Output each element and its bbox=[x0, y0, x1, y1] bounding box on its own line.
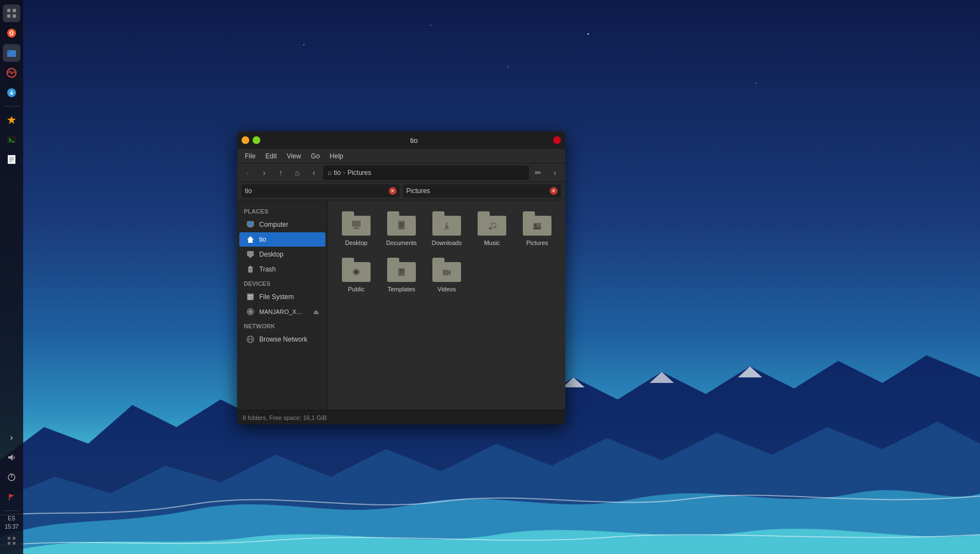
documents-emblem bbox=[397, 220, 406, 232]
left-search-clear[interactable]: ✕ bbox=[389, 187, 397, 195]
file-item-desktop[interactable]: Desktop bbox=[335, 207, 378, 251]
right-search-input[interactable] bbox=[406, 187, 548, 195]
apps-icon[interactable] bbox=[3, 4, 20, 22]
pictures-emblem bbox=[533, 222, 542, 232]
folder-public-icon bbox=[342, 258, 371, 282]
file-item-music[interactable]: Music bbox=[470, 207, 513, 251]
file-item-downloads[interactable]: Downloads bbox=[425, 207, 468, 251]
file-grid: Desktop Documents bbox=[333, 205, 561, 300]
file-item-pictures[interactable]: Pictures bbox=[516, 207, 559, 251]
monitor-icon[interactable] bbox=[3, 64, 20, 82]
star bbox=[303, 44, 304, 45]
file-item-public[interactable]: Public bbox=[335, 253, 378, 297]
places-section-title: Places bbox=[237, 205, 328, 217]
svg-marker-25 bbox=[8, 454, 13, 461]
file-item-templates[interactable]: Templates bbox=[380, 253, 423, 297]
eject-icon[interactable]: ⏏ bbox=[313, 308, 319, 316]
videos-emblem bbox=[442, 269, 451, 279]
brave-icon[interactable] bbox=[3, 24, 20, 42]
maximize-button[interactable]: + bbox=[253, 136, 260, 144]
svg-marker-76 bbox=[448, 270, 451, 275]
window-controls-right: ✕ bbox=[553, 136, 561, 144]
computer-icon bbox=[246, 220, 255, 229]
right-search-bar: ✕ bbox=[403, 184, 561, 198]
path-pictures[interactable]: Pictures bbox=[347, 169, 371, 177]
folder-videos-icon bbox=[432, 258, 461, 282]
flag-icon[interactable] bbox=[3, 488, 20, 506]
desktop-sidebar-icon bbox=[246, 250, 255, 259]
usb-label: MANJARO_XFCE... bbox=[259, 308, 303, 315]
svg-rect-41 bbox=[249, 257, 251, 258]
chevron-right-icon[interactable]: › bbox=[3, 429, 20, 446]
svg-point-62 bbox=[489, 227, 492, 230]
svg-rect-30 bbox=[8, 537, 10, 540]
notes-icon[interactable] bbox=[3, 151, 20, 168]
left-search-input[interactable] bbox=[245, 187, 387, 195]
status-text: 8 folders, Free space: 16,1 GiB bbox=[243, 414, 326, 421]
desktop-label: Desktop bbox=[259, 251, 283, 258]
window-title: tio bbox=[275, 136, 553, 145]
language-label: ES bbox=[8, 515, 15, 521]
back-button[interactable]: ‹ bbox=[240, 166, 255, 180]
sidebar-item-trash[interactable]: Trash bbox=[239, 262, 325, 276]
folder-music-icon bbox=[478, 211, 506, 236]
menu-view[interactable]: View bbox=[282, 151, 306, 161]
sidebar-item-desktop[interactable]: Desktop bbox=[239, 247, 325, 262]
sidebar-item-computer[interactable]: Computer bbox=[239, 217, 325, 232]
power-icon[interactable] bbox=[3, 468, 20, 486]
window-titlebar: — + tio ✕ bbox=[237, 131, 565, 149]
filesystem-icon bbox=[246, 292, 255, 301]
svg-rect-32 bbox=[8, 542, 10, 545]
file-item-videos[interactable]: Videos bbox=[425, 253, 468, 297]
close-button[interactable]: ✕ bbox=[553, 136, 561, 144]
sidebar-item-filesystem[interactable]: File System bbox=[239, 290, 325, 304]
svg-rect-54 bbox=[352, 221, 361, 227]
folder-templates-icon bbox=[387, 258, 416, 282]
next-path-button[interactable]: › bbox=[548, 166, 562, 180]
home-button[interactable]: ⌂ bbox=[290, 166, 304, 180]
window-body: Places Computer tio Desktop bbox=[237, 200, 565, 410]
terminal-icon[interactable] bbox=[3, 131, 20, 148]
sidebar: Places Computer tio Desktop bbox=[237, 200, 328, 410]
download-manager-icon[interactable] bbox=[3, 84, 20, 102]
volume-icon[interactable] bbox=[3, 449, 20, 466]
file-item-documents[interactable]: Documents bbox=[380, 207, 423, 251]
taskbar-apps-grid-icon[interactable] bbox=[3, 532, 20, 550]
forward-button[interactable]: › bbox=[257, 166, 271, 180]
menu-bar: File Edit View Go Help bbox=[237, 149, 565, 163]
taskbar-bottom-divider bbox=[4, 510, 19, 511]
svg-rect-7 bbox=[7, 9, 10, 12]
svg-rect-37 bbox=[248, 227, 253, 227]
menu-file[interactable]: File bbox=[240, 151, 260, 161]
menu-help[interactable]: Help bbox=[325, 151, 348, 161]
sidebar-item-browse-network[interactable]: Browse Network bbox=[239, 332, 325, 347]
svg-rect-8 bbox=[13, 9, 16, 12]
svg-line-66 bbox=[492, 223, 496, 223]
svg-rect-46 bbox=[248, 295, 253, 296]
videos-file-label: Videos bbox=[437, 285, 456, 293]
minimize-button[interactable]: — bbox=[242, 136, 249, 144]
menu-edit[interactable]: Edit bbox=[261, 151, 281, 161]
path-tio[interactable]: tio bbox=[334, 169, 341, 177]
up-button[interactable]: ↑ bbox=[274, 166, 288, 180]
right-search-clear[interactable]: ✕ bbox=[550, 187, 558, 195]
starred-icon[interactable] bbox=[3, 111, 20, 129]
computer-label: Computer bbox=[259, 221, 288, 228]
sidebar-item-tio[interactable]: tio bbox=[239, 232, 325, 247]
prev-location-button[interactable]: ‹ bbox=[307, 166, 321, 180]
left-search-bar: ✕ bbox=[242, 184, 400, 198]
edit-path-button[interactable]: ✏ bbox=[531, 166, 545, 180]
files-icon[interactable] bbox=[3, 44, 20, 62]
status-bar: 8 folders, Free space: 16,1 GiB bbox=[237, 410, 565, 424]
taskbar-divider bbox=[4, 106, 19, 106]
network-icon bbox=[246, 335, 255, 344]
star bbox=[507, 66, 508, 67]
svg-rect-10 bbox=[13, 14, 16, 18]
sidebar-item-usb[interactable]: MANJARO_XFCE... ⏏ bbox=[239, 305, 325, 319]
svg-rect-42 bbox=[248, 268, 253, 273]
usb-icon bbox=[246, 307, 255, 316]
svg-marker-29 bbox=[9, 494, 14, 498]
menu-go[interactable]: Go bbox=[307, 151, 324, 161]
music-file-label: Music bbox=[484, 239, 500, 247]
star bbox=[587, 33, 589, 35]
